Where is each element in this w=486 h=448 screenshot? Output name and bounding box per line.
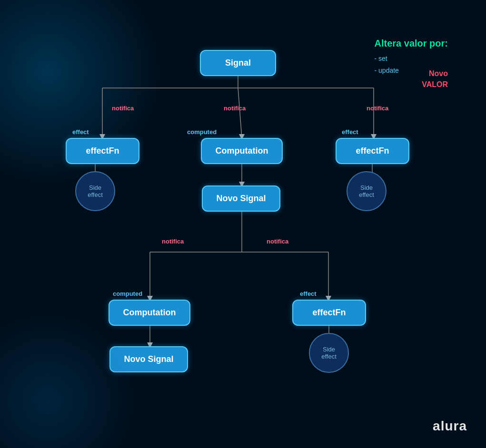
effectfn-left-node: effectFn (66, 138, 139, 164)
info-novo: Novo (429, 69, 448, 78)
side-effect-right-node: Side effect (347, 171, 387, 211)
effect-label-right: effect (342, 128, 358, 136)
notifica-label-left: notifica (112, 105, 134, 112)
computation2-node: Computation (109, 300, 190, 326)
notifica-label-center: notifica (224, 105, 246, 112)
computed-label-bottom: computed (113, 290, 142, 297)
info-box: Altera valor por: - set - update Novo VA… (375, 38, 448, 77)
info-valor: VALOR (422, 80, 448, 89)
novo-signal-1-node: Novo Signal (202, 185, 280, 212)
side-effect-bottom-node: Side effect (309, 333, 349, 373)
effectfn-right-node: effectFn (336, 138, 409, 164)
effect-label-bottom: effect (300, 290, 317, 297)
novo-signal-2-node: Novo Signal (109, 346, 188, 372)
notifica-label-bottom-right: notifica (267, 238, 288, 245)
svg-line-5 (238, 88, 242, 138)
computed-label-center: computed (187, 128, 217, 136)
signal-node: Signal (200, 50, 276, 76)
info-title: Altera valor por: (375, 38, 448, 49)
side-effect-left-node: Side effect (75, 171, 115, 211)
diagram-container: Signal notifica notifica notifica effect… (0, 0, 486, 448)
computation1-node: Computation (201, 138, 283, 164)
alura-watermark: alura (433, 419, 467, 434)
notifica-label-bottom-left: notifica (162, 238, 184, 245)
effect-label-left: effect (72, 128, 89, 136)
effectfn-bottom-node: effectFn (292, 300, 366, 326)
notifica-label-right: notifica (367, 105, 388, 112)
